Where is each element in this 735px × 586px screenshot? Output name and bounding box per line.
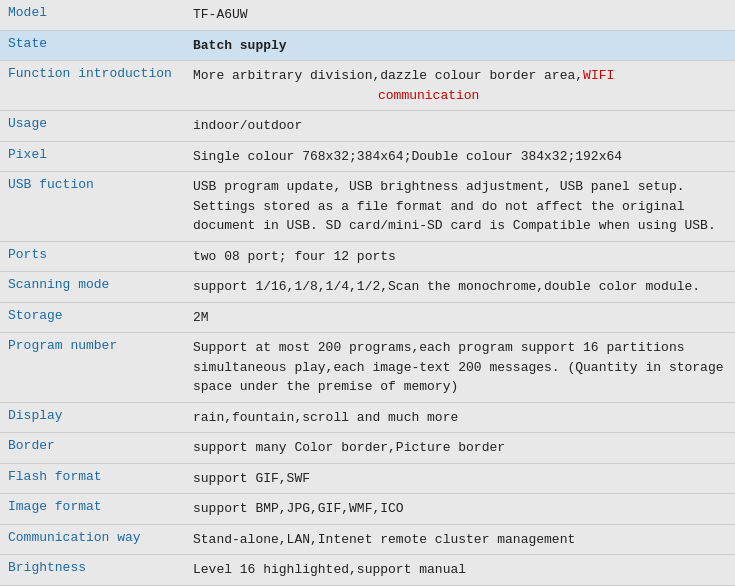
row-value-6: two 08 port; four 12 ports bbox=[185, 241, 735, 272]
row-label-11: Border bbox=[0, 433, 185, 464]
row-value-7: support 1/16,1/8,1/4,1/2,Scan the monoch… bbox=[185, 272, 735, 303]
row-value-5: USB program update, USB brightness adjus… bbox=[185, 172, 735, 242]
row-value-13: support BMP,JPG,GIF,WMF,ICO bbox=[185, 494, 735, 525]
row-label-0: Model bbox=[0, 0, 185, 30]
row-value-14: Stand-alone,LAN,Intenet remote cluster m… bbox=[185, 524, 735, 555]
row-value-11: support many Color border,Picture border bbox=[185, 433, 735, 464]
row-value-4: Single colour 768x32;384x64;Double colou… bbox=[185, 141, 735, 172]
row-value-9: Support at most 200 programs,each progra… bbox=[185, 333, 735, 403]
row-label-5: USB fuction bbox=[0, 172, 185, 242]
row-label-13: Image format bbox=[0, 494, 185, 525]
row-label-3: Usage bbox=[0, 111, 185, 142]
row-label-7: Scanning mode bbox=[0, 272, 185, 303]
spec-table: ModelTF-A6UWStateBatch supplyFunction in… bbox=[0, 0, 735, 586]
row-value-0: TF-A6UW bbox=[185, 0, 735, 30]
row-value-15: Level 16 highlighted,support manual bbox=[185, 555, 735, 586]
row-value-12: support GIF,SWF bbox=[185, 463, 735, 494]
row-label-6: Ports bbox=[0, 241, 185, 272]
row-label-10: Display bbox=[0, 402, 185, 433]
row-value-2: More arbitrary division,dazzle colour bo… bbox=[185, 61, 735, 111]
row-value-1: Batch supply bbox=[185, 30, 735, 61]
row-label-9: Program number bbox=[0, 333, 185, 403]
row-label-12: Flash format bbox=[0, 463, 185, 494]
spec-table-container: ModelTF-A6UWStateBatch supplyFunction in… bbox=[0, 0, 735, 586]
row-value-3: indoor/outdoor bbox=[185, 111, 735, 142]
row-label-14: Communication way bbox=[0, 524, 185, 555]
row-value-10: rain,fountain,scroll and much more bbox=[185, 402, 735, 433]
row-label-1: State bbox=[0, 30, 185, 61]
row-label-15: Brightness bbox=[0, 555, 185, 586]
row-label-2: Function introduction bbox=[0, 61, 185, 111]
row-label-4: Pixel bbox=[0, 141, 185, 172]
row-value-8: 2M bbox=[185, 302, 735, 333]
row-label-8: Storage bbox=[0, 302, 185, 333]
